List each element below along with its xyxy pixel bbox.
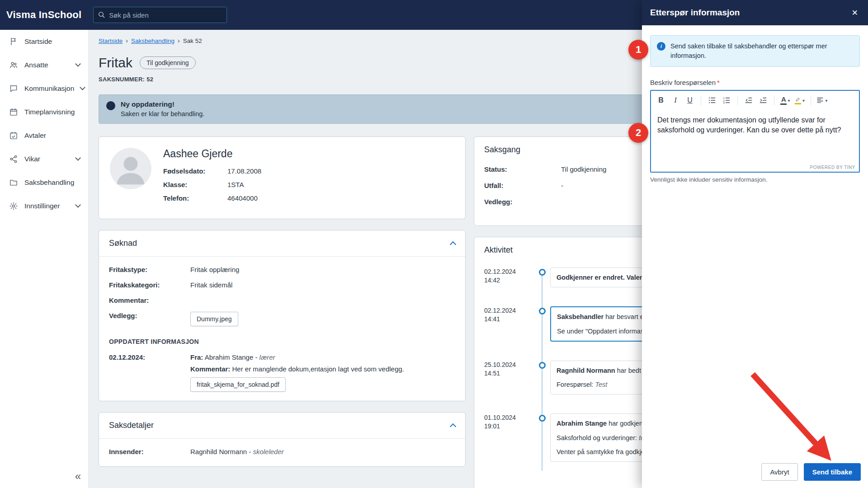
timeline-dot-icon	[539, 269, 546, 276]
saksdetaljer-section-header[interactable]: Saksdetaljer	[99, 413, 465, 438]
info-icon: i	[106, 101, 115, 110]
chevron-down-icon	[75, 202, 81, 208]
indent-button[interactable]	[757, 94, 769, 107]
sidebar-collapse-button[interactable]: «	[75, 470, 81, 483]
field-label: Status:	[484, 165, 561, 173]
align-button[interactable]: ▾	[816, 94, 828, 107]
editor-field-label: Beskriv forespørselen*	[650, 79, 860, 86]
bold-button[interactable]: B	[655, 94, 667, 107]
section-title: Aktivitet	[484, 245, 513, 255]
bullet-list-button[interactable]	[706, 94, 718, 107]
field-label: Kommentar:	[109, 296, 190, 304]
chevron-down-icon[interactable]: ▾	[802, 98, 805, 103]
timeline-dot-icon	[539, 362, 546, 369]
underline-button[interactable]: U	[684, 94, 696, 107]
soknad-section: Søknad Fritakstype:Fritak opplæring Frit…	[99, 230, 466, 401]
calendar-icon	[9, 108, 18, 117]
sender-role: skoleleder	[253, 448, 283, 455]
panel-title: Etterspør informasjon	[650, 8, 740, 18]
toolbar-separator	[737, 95, 738, 105]
numbered-list-button[interactable]: 123	[720, 94, 733, 107]
close-icon[interactable]: ✕	[850, 6, 860, 19]
field-value: Til godkjenning	[561, 165, 606, 173]
chat-icon	[9, 84, 18, 93]
attachment-chip[interactable]: fritak_skjema_for_soknad.pdf	[190, 377, 286, 392]
banner-title: Ny oppdatering!	[121, 100, 204, 108]
sidebar-item-startside[interactable]: Startside	[0, 30, 88, 53]
field-value: 46404000	[227, 194, 258, 202]
person-silhouette-icon	[110, 148, 151, 189]
powered-by-tiny-label: POWERED BY TINY	[810, 165, 855, 170]
field-value: Fritak opplæring	[190, 266, 239, 273]
share-network-icon	[9, 155, 18, 164]
updated-info-heading: OPPDATERT INFORMASJON	[109, 338, 455, 345]
svg-text:3: 3	[723, 102, 725, 104]
text-color-button[interactable]: A ▾	[779, 94, 792, 107]
gear-icon	[9, 202, 18, 211]
italic-button[interactable]: I	[669, 94, 682, 107]
sender-role: lærer	[259, 353, 275, 361]
breadcrumb-separator: ›	[178, 37, 180, 44]
soknad-section-header[interactable]: Søknad	[99, 230, 465, 256]
search-input[interactable]	[93, 7, 227, 23]
sidebar-item-avtaler[interactable]: Avtaler	[0, 124, 88, 147]
chevron-down-icon[interactable]: ▾	[788, 98, 790, 103]
breadcrumb-separator: ›	[126, 37, 128, 44]
chevron-down-icon	[75, 155, 81, 161]
sidebar-item-innstillinger[interactable]: Innstillinger	[0, 194, 88, 218]
student-name: Aashee Gjerde	[163, 148, 261, 160]
breadcrumb-link-startside[interactable]: Startside	[99, 38, 123, 44]
sensitive-info-helper: Vennligst ikke inkluder sensitiv informa…	[650, 176, 860, 183]
sidebar-item-timeplanvisning[interactable]: Timeplanvisning	[0, 100, 88, 124]
flag-icon	[9, 37, 18, 46]
field-label: Utfall:	[484, 182, 561, 189]
toolbar-separator	[774, 95, 774, 105]
field-label: Fra:	[190, 353, 203, 361]
rich-text-editor: B I U 123 A ▾	[650, 90, 860, 173]
sidebar-item-ansatte[interactable]: Ansatte	[0, 53, 88, 77]
banner-text: Saken er klar for behandling.	[121, 110, 204, 117]
breadcrumb-current: Sak 52	[183, 38, 202, 44]
field-value: 1STA	[227, 181, 244, 188]
sidebar-item-vikar[interactable]: Vikar	[0, 147, 88, 171]
panel-info-text: Send saken tilbake til saksbehandler og …	[670, 42, 853, 61]
field-label: Telefon:	[163, 194, 227, 202]
breadcrumb-link-saksbehandling[interactable]: Saksbehandling	[131, 38, 175, 44]
section-title: Saksdetaljer	[109, 421, 154, 430]
chevron-down-icon[interactable]: ▾	[825, 98, 827, 103]
highlight-color-button[interactable]: ▾	[793, 94, 806, 107]
section-title: Saksgang	[484, 145, 520, 155]
field-label: Fritakskategori:	[109, 281, 190, 289]
field-label: Kommentar:	[190, 365, 230, 373]
student-card: Aashee Gjerde Fødselsdato:17.08.2008 Kla…	[99, 136, 466, 219]
chevron-up-icon[interactable]	[450, 423, 456, 430]
field-label: Fritakstype:	[109, 266, 190, 273]
field-label: Klasse:	[163, 181, 227, 188]
users-icon	[9, 61, 18, 70]
sidebar-item-saksbehandling[interactable]: Saksbehandling	[0, 171, 88, 194]
panel-info-box: i Send saken tilbake til saksbehandler o…	[650, 35, 860, 67]
avatar	[110, 148, 151, 189]
outdent-button[interactable]	[742, 94, 755, 107]
sidebar: Startside Ansatte Kommunikasjon Timeplan…	[0, 30, 89, 488]
annotation-step-1: 1	[628, 40, 648, 60]
chevron-up-icon[interactable]	[450, 241, 456, 248]
editor-text-area[interactable]: Det trengs mer dokumentasjon og utfyllen…	[651, 110, 859, 165]
chevron-down-icon	[80, 84, 85, 90]
section-title: Søknad	[109, 239, 137, 248]
field-label: Vedlegg:	[484, 198, 561, 206]
attachment-chip[interactable]: Dummy.jpeg	[190, 312, 238, 326]
folder-icon	[9, 178, 18, 187]
calendar-check-icon	[9, 131, 18, 140]
annotation-arrow	[732, 356, 854, 483]
field-label: Innsender:	[109, 448, 190, 455]
editor-toolbar: B I U 123 A ▾	[651, 91, 859, 110]
info-icon: i	[657, 42, 665, 51]
toolbar-separator	[701, 95, 701, 105]
annotation-step-2: 2	[628, 123, 648, 143]
field-value: -	[561, 182, 563, 189]
field-value: Fritak sidemål	[190, 281, 232, 289]
site-search	[93, 7, 227, 23]
field-label: Vedlegg:	[109, 312, 190, 319]
sidebar-item-kommunikasjon[interactable]: Kommunikasjon	[0, 77, 88, 100]
